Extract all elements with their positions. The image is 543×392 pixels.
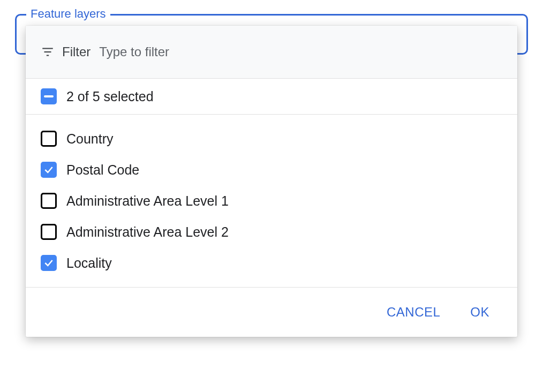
filter-row: Filter (26, 26, 517, 79)
option-label: Administrative Area Level 1 (66, 193, 229, 209)
cancel-button[interactable]: CANCEL (384, 301, 442, 323)
option-checkbox[interactable] (41, 255, 57, 271)
option-row[interactable]: Postal Code (26, 154, 517, 185)
feature-layers-legend: Feature layers (26, 7, 110, 21)
feature-layers-dropdown: Filter 2 of 5 selected CountryPostal Cod… (26, 26, 517, 337)
option-checkbox[interactable] (41, 193, 57, 209)
option-label: Postal Code (66, 162, 139, 178)
option-row[interactable]: Locality (26, 247, 517, 278)
option-row[interactable]: Administrative Area Level 1 (26, 185, 517, 216)
filter-icon (41, 45, 55, 59)
option-checkbox[interactable] (41, 224, 57, 240)
option-label: Country (66, 131, 114, 147)
option-label: Administrative Area Level 2 (66, 224, 229, 240)
filter-input[interactable] (98, 44, 502, 60)
option-row[interactable]: Administrative Area Level 2 (26, 216, 517, 247)
ok-button[interactable]: OK (468, 301, 492, 323)
option-checkbox[interactable] (41, 162, 57, 178)
filter-label: Filter (62, 44, 90, 59)
option-row[interactable]: Country (26, 123, 517, 154)
option-label: Locality (66, 255, 112, 271)
dialog-actions: CANCEL OK (26, 288, 517, 337)
options-list: CountryPostal CodeAdministrative Area Le… (26, 115, 517, 288)
option-checkbox[interactable] (41, 131, 57, 147)
indeterminate-checkbox-icon (41, 88, 57, 104)
selection-summary: 2 of 5 selected (66, 89, 154, 104)
select-all-row[interactable]: 2 of 5 selected (26, 79, 517, 115)
